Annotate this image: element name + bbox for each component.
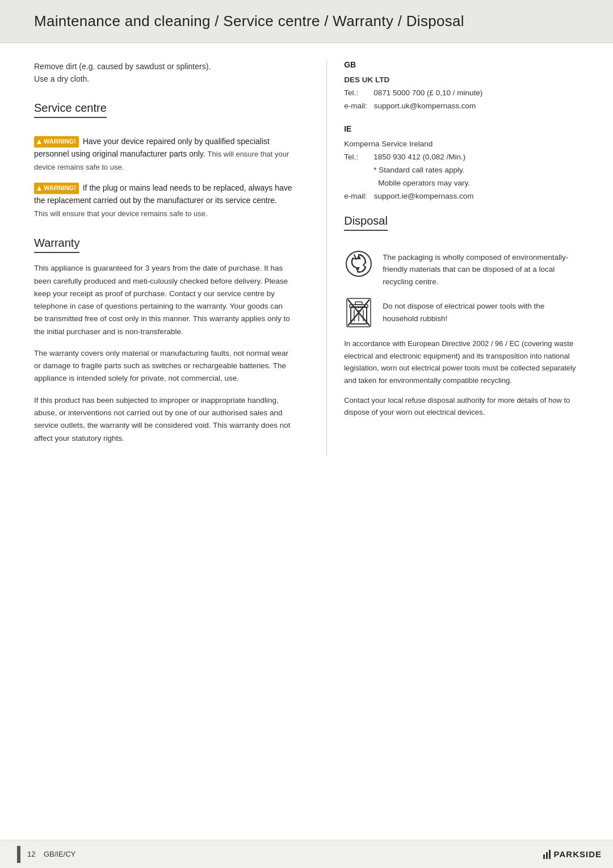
intro-line1: Remove dirt (e.g. caused by sawdust or s… bbox=[34, 62, 211, 71]
footer-brand: PARKSIDE bbox=[543, 849, 602, 859]
ie-tel-note2: Mobile operators may vary. bbox=[373, 177, 579, 190]
warning2-badge-text: WARNING! bbox=[44, 183, 76, 193]
warranty-para2: The warranty covers only material or man… bbox=[34, 347, 292, 385]
ie-contact: Komperna Service Ireland Tel.: 1850 930 … bbox=[344, 138, 579, 203]
ie-tel-label: Tel.: bbox=[344, 151, 367, 164]
ie-email-label: e-mail: bbox=[344, 190, 367, 203]
gb-tel-label: Tel.: bbox=[344, 87, 367, 100]
page-number: 12 bbox=[27, 850, 35, 858]
brand-name: PARKSIDE bbox=[554, 849, 602, 859]
page-locale: GB/IE/CY bbox=[44, 850, 75, 858]
intro-text: Remove dirt (e.g. caused by sawdust or s… bbox=[34, 60, 292, 86]
brand-line-1 bbox=[543, 854, 545, 859]
main-content: Remove dirt (e.g. caused by sawdust or s… bbox=[0, 43, 613, 490]
gb-tel-line: Tel.: 0871 5000 700 (£ 0,10 / minute) bbox=[344, 87, 579, 100]
service-centre-title: Service centre bbox=[34, 102, 107, 118]
right-column: GB DES UK LTD Tel.: 0871 5000 700 (£ 0,1… bbox=[326, 60, 579, 456]
warning1-block: WARNING! Have your device repaired only … bbox=[34, 135, 292, 174]
warning2-badge: WARNING! bbox=[34, 183, 79, 194]
page-footer: 12 GB/IE/CY PARKSIDE bbox=[0, 840, 613, 868]
gb-email-label: e-mail: bbox=[344, 100, 367, 113]
gb-tel-value: 0871 5000 700 (£ 0,10 / minute) bbox=[373, 87, 482, 100]
disposal-title: Disposal bbox=[344, 214, 388, 231]
recycling-text: The packaging is wholly composed of envi… bbox=[383, 249, 579, 288]
warning2-block: WARNING! If the plug or mains lead needs… bbox=[34, 182, 292, 220]
warranty-body: This appliance is guaranteed for 3 years… bbox=[34, 262, 292, 444]
ie-email-value: support.ie@kompernass.com bbox=[374, 190, 474, 203]
recycling-icon bbox=[345, 250, 372, 277]
ie-label: IE bbox=[344, 124, 579, 133]
page-title: Maintenance and cleaning / Service centr… bbox=[34, 12, 579, 30]
gb-label: GB bbox=[344, 60, 579, 69]
svg-rect-3 bbox=[355, 302, 362, 305]
weee-icon-container bbox=[344, 298, 373, 327]
footer-page-number: 12 GB/IE/CY bbox=[27, 850, 75, 858]
brand-line-2 bbox=[546, 852, 548, 859]
ie-tel-note1: * Standard call rates apply. bbox=[373, 164, 579, 177]
gb-company: DES UK LTD bbox=[344, 74, 579, 87]
gb-email-line: e-mail: support.uk@kompernass.com bbox=[344, 100, 579, 113]
recycling-icon-container bbox=[344, 249, 373, 279]
footer-left: 12 GB/IE/CY bbox=[17, 846, 75, 863]
ie-email-line: e-mail: support.ie@kompernass.com bbox=[344, 190, 579, 203]
brand-line-3 bbox=[549, 850, 551, 859]
gb-contact: DES UK LTD Tel.: 0871 5000 700 (£ 0,10 /… bbox=[344, 74, 579, 113]
gb-section: GB DES UK LTD Tel.: 0871 5000 700 (£ 0,1… bbox=[344, 60, 579, 113]
gb-email-value: support.uk@kompernass.com bbox=[374, 100, 476, 113]
warning1-badge: WARNING! bbox=[34, 136, 79, 148]
disposal-section: Disposal bbox=[344, 214, 579, 419]
brand-lines-icon bbox=[543, 850, 551, 859]
warning2-small: This will ensure that your device remain… bbox=[34, 209, 208, 218]
left-column: Remove dirt (e.g. caused by sawdust or s… bbox=[34, 60, 304, 456]
page: Maintenance and cleaning / Service centr… bbox=[0, 0, 613, 868]
weee-text: Do not dispose of electrical power tools… bbox=[383, 298, 579, 325]
warranty-para1: This appliance is guaranteed for 3 years… bbox=[34, 262, 292, 338]
page-header: Maintenance and cleaning / Service centr… bbox=[0, 0, 613, 43]
ie-section: IE Komperna Service Ireland Tel.: 1850 9… bbox=[344, 124, 579, 203]
weee-item: Do not dispose of electrical power tools… bbox=[344, 298, 579, 327]
warning1-badge-text: WARNING! bbox=[44, 137, 76, 147]
recycling-item: The packaging is wholly composed of envi… bbox=[344, 249, 579, 288]
service-centre-section: Service centre WARNING! Have your device… bbox=[34, 102, 292, 220]
footer-bar-decoration bbox=[17, 846, 20, 863]
ie-tel-notes: * Standard call rates apply. Mobile oper… bbox=[344, 164, 579, 190]
weee-icon bbox=[346, 298, 371, 327]
ie-company: Komperna Service Ireland bbox=[344, 138, 579, 151]
intro-line2: Use a dry cloth. bbox=[34, 74, 89, 83]
ie-tel-line: Tel.: 1850 930 412 (0,082 /Min.) bbox=[344, 151, 579, 164]
warranty-para3: If this product has been subjected to im… bbox=[34, 394, 292, 445]
disposal-notes: In accordance with European Directive 20… bbox=[344, 338, 579, 419]
disposal-note2: Contact your local refuse disposal autho… bbox=[344, 394, 579, 419]
ie-tel-value: 1850 930 412 (0,082 /Min.) bbox=[373, 151, 465, 164]
warranty-title: Warranty bbox=[34, 237, 79, 253]
disposal-note1: In accordance with European Directive 20… bbox=[344, 338, 579, 386]
warranty-section: Warranty This appliance is guaranteed fo… bbox=[34, 237, 292, 444]
